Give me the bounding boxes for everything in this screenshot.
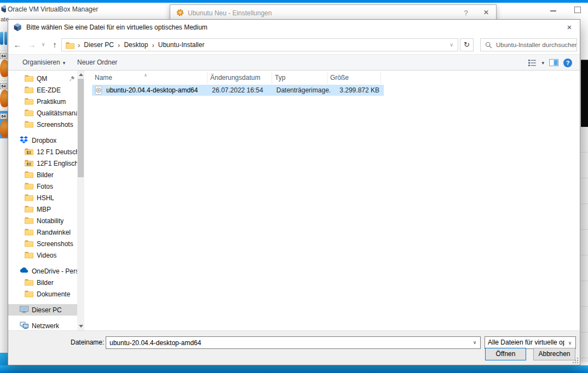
chevron-down-icon: ▾ [63,60,66,66]
file-modified: 26.07.2022 16:54 [212,86,276,94]
gear-icon [176,8,185,17]
filename-input[interactable] [106,337,468,348]
folder-icon [25,182,33,191]
chevron-up-icon[interactable] [79,73,83,76]
sidebar-item-label: Netzwerk [32,322,59,330]
vm-list-item[interactable]: 64 [0,80,8,108]
minimize-button[interactable] [550,10,556,11]
back-button[interactable]: ← [11,35,24,54]
sidebar-item-label: MBP [37,206,51,213]
column-header-type[interactable]: Typ [272,72,327,84]
sidebar-item-netzwerk[interactable]: Netzwerk [8,320,77,330]
view-chevron-icon[interactable]: ▾ [541,60,544,66]
screen: Oracle VM VirtualBox Manager ate 64 64 6… [0,0,588,373]
sidebar-item-label: Bilder [37,279,54,287]
virtualbox-cube-icon [13,23,22,32]
dialog-footer: Dateiname: ∨ Alle Dateien für virtuelle … [8,330,580,365]
sidebar-item-mbp[interactable]: MBP [8,203,77,215]
close-icon[interactable]: × [560,20,579,35]
sidebar-item-ee-zde[interactable]: EE-ZDE [8,84,77,96]
sidebar-item-label: 12 F1 Deutsch 20 [37,148,77,156]
sidebar-item-notability[interactable]: Notability [8,215,77,226]
cancel-button[interactable]: Abbrechen [533,348,575,360]
forward-button[interactable]: → [26,35,38,54]
view-list-icon[interactable] [528,59,537,67]
dropbox-icon [20,136,28,145]
sidebar-item-12-f1-deutsch-20[interactable]: 12 F1 Deutsch 20 [8,146,77,158]
dialog-body: QMEE-ZDEPraktikumQualitätsmanageScreensh… [8,71,580,330]
sidebar-item-praktikum[interactable]: Praktikum [8,96,77,107]
preview-pane-icon[interactable] [549,59,558,66]
dialog-titlebar[interactable]: Bitte wählen Sie eine Datei für ein virt… [8,20,580,35]
sidebar-item-label: Praktikum [37,98,66,106]
address-dropdown-chevron-icon[interactable]: ∨ [449,39,453,51]
file-list: ∧ Name Änderungsdatum Typ Größe ubuntu-2… [85,71,580,330]
folder-icon [25,86,33,95]
sidebar-item-videos[interactable]: Videos [8,249,77,261]
chevron-down-icon[interactable]: ∨ [469,337,480,348]
sidebar-item-fotos[interactable]: Fotos [8,180,77,192]
settings-close-button[interactable]: × [480,7,493,18]
refresh-button[interactable]: ↻ [460,38,474,51]
resize-grip[interactable] [573,358,578,363]
sidebar-item-dropbox[interactable]: Dropbox [8,135,77,146]
open-button[interactable]: Öffnen [485,348,526,360]
sidebar-item-randwinkel[interactable]: Randwinkel [8,226,77,238]
file-size: 3.299.872 KB [331,86,384,94]
file-list-header: ∧ Name Änderungsdatum Typ Größe [85,72,381,84]
column-header-size[interactable]: Größe [327,72,381,84]
sidebar-item-qualitätsmanage[interactable]: Qualitätsmanage [8,107,77,119]
pin-icon [69,75,75,81]
sidebar-item-label: OneDrive - Persor [32,267,77,275]
sidebar-item-onedrive-persor[interactable]: OneDrive - Persor [8,265,77,277]
folder-icon [25,109,33,118]
settings-help-button[interactable]: ? [460,9,471,17]
sidebar-item-label: Fotos [37,183,53,190]
breadcrumb-separator: › [78,41,80,49]
sidebar-scrollbar[interactable] [77,71,84,330]
breadcrumb-separator: › [152,41,154,49]
sidebar-item-label: 12F1 Englisch 20 [37,160,77,167]
folder-icon [25,74,33,83]
vm-logo-icon [0,120,8,137]
breadcrumb-item-desktop[interactable]: Desktop [124,41,148,49]
up-button[interactable]: ↑ [49,35,61,54]
vm-list-item[interactable]: 64 [0,50,8,78]
sidebar-item-label: Qualitätsmanage [37,109,77,117]
new-folder-button[interactable]: Neuer Ordner [77,55,117,71]
sidebar-item-bilder[interactable]: Bilder [8,277,77,288]
virtualbox-logo-icon [1,5,6,13]
sidebar-item-hshl[interactable]: HSHL [8,192,77,203]
chevron-down-icon[interactable] [79,325,83,328]
maximize-button[interactable] [574,7,581,13]
sidebar-item-bilder[interactable]: Bilder [8,169,77,180]
help-icon[interactable]: ? [563,59,572,67]
sidebar-item-dieser-pc[interactable]: Dieser PC [8,304,77,316]
search-icon [485,42,492,49]
breadcrumb-item-dieser-pc[interactable]: Dieser PC [84,41,114,49]
column-header-name[interactable]: ∧ Name [92,72,207,84]
vm-list-item-selected[interactable]: 64 [0,110,8,138]
search-input[interactable]: Ubuntu-Installer durchsuchen [480,38,577,51]
filename-combobox[interactable]: ∨ [106,336,481,349]
file-row-selected[interactable]: ubuntu-20.04.4-desktop-amd64 26.07.2022 … [92,85,384,96]
taskbar [0,365,588,373]
filetype-combobox[interactable]: Alle Dateien für virtuelle optisch ∨ [485,336,576,349]
vm-logo-icon [0,90,8,107]
sidebar-item-qm[interactable]: QM [8,73,77,84]
file-open-dialog: Bitte wählen Sie eine Datei für ein virt… [8,19,580,365]
folder-shared-icon [25,148,33,156]
search-placeholder: Ubuntu-Installer durchsuchen [496,42,577,48]
sidebar-item-12f1-englisch-20[interactable]: 12F1 Englisch 20 [8,158,77,169]
breadcrumb-item-ubuntu-installer[interactable]: Ubuntu-Installer [158,41,205,49]
organize-menu-button[interactable]: Organisieren▾ [22,55,65,71]
sidebar-item-screenshots[interactable]: Screenshots [8,119,77,130]
column-header-modified[interactable]: Änderungsdatum [207,72,272,84]
breadcrumb[interactable]: › Dieser PC › Desktop › Ubuntu-Installer… [61,38,458,51]
sidebar-item-dokumente[interactable]: Dokumente [8,288,77,300]
sidebar-item-screenshots[interactable]: Screenshots [8,238,77,249]
organize-label: Organisieren [22,59,60,66]
history-chevron-icon[interactable]: ∨ [39,35,48,54]
file-name: ubuntu-20.04.4-desktop-amd64 [106,86,212,94]
scrollbar-thumb[interactable] [78,79,84,177]
